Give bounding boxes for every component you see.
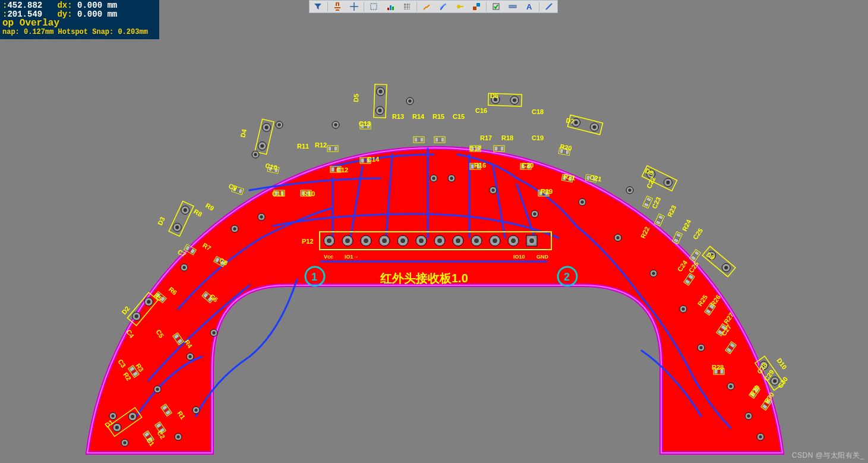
ref-C15: C15 bbox=[453, 113, 465, 120]
svg-rect-123 bbox=[331, 167, 334, 172]
fiducial-1: 1 bbox=[311, 271, 317, 283]
ref-R23: R23 bbox=[666, 204, 677, 218]
svg-rect-144 bbox=[494, 146, 498, 151]
ref-R11: R11 bbox=[297, 143, 309, 150]
svg-point-57 bbox=[260, 144, 264, 147]
ref-R16: R16 bbox=[474, 162, 486, 169]
svg-point-205 bbox=[194, 408, 197, 411]
svg-point-27 bbox=[437, 238, 442, 243]
ref-C17: C17 bbox=[469, 145, 481, 152]
ref-R28: R28 bbox=[712, 364, 724, 371]
ref-D5: D5 bbox=[352, 94, 359, 102]
svg-point-217 bbox=[233, 227, 236, 230]
ref-C12: C12 bbox=[336, 166, 348, 174]
svg-rect-145 bbox=[500, 146, 504, 151]
svg-point-237 bbox=[580, 200, 583, 203]
svg-point-221 bbox=[254, 153, 257, 156]
watermark: CSDN @与太阳有关_ bbox=[792, 451, 864, 461]
ref-C18: C18 bbox=[532, 108, 544, 115]
svg-point-215 bbox=[182, 266, 185, 269]
ref-R24: R24 bbox=[681, 218, 693, 232]
ref-C16: C16 bbox=[475, 107, 487, 114]
svg-point-231 bbox=[450, 177, 453, 179]
ref-D7: D7 bbox=[566, 116, 575, 125]
ref-D2: D2 bbox=[120, 305, 131, 316]
svg-point-253 bbox=[759, 435, 762, 438]
svg-rect-135 bbox=[414, 137, 418, 142]
ref-D10: D10 bbox=[775, 357, 788, 370]
svg-rect-80 bbox=[702, 246, 736, 276]
svg-rect-129 bbox=[361, 158, 364, 163]
pcb-canvas[interactable]: P12 Vcc IO1→ IO10 GND 1 2 红外头接收板1.0 D1D2… bbox=[0, 0, 868, 463]
board-outline bbox=[87, 148, 782, 453]
svg-point-35 bbox=[511, 238, 516, 243]
svg-point-235 bbox=[533, 212, 536, 215]
svg-point-227 bbox=[408, 99, 411, 102]
svg-point-33 bbox=[493, 238, 497, 243]
svg-point-49 bbox=[147, 300, 150, 304]
ref-R15: R15 bbox=[433, 113, 444, 120]
svg-point-247 bbox=[699, 346, 702, 349]
svg-point-52 bbox=[175, 225, 179, 229]
svg-point-84 bbox=[724, 266, 728, 269]
svg-point-249 bbox=[729, 385, 732, 388]
svg-point-207 bbox=[176, 435, 179, 438]
svg-point-233 bbox=[491, 188, 494, 191]
ref-R8: R8 bbox=[192, 207, 203, 218]
svg-point-19 bbox=[364, 238, 368, 243]
ref-C11: C11 bbox=[272, 190, 284, 197]
svg-point-25 bbox=[419, 238, 424, 243]
ref-C10: C10 bbox=[265, 162, 278, 171]
svg-point-229 bbox=[432, 177, 435, 179]
svg-point-31 bbox=[474, 238, 479, 243]
ref-C23: C23 bbox=[651, 196, 662, 209]
svg-point-37 bbox=[529, 238, 534, 243]
ref-D4: D4 bbox=[239, 128, 248, 138]
board-title: 红外头接收板1.0 bbox=[380, 272, 468, 285]
svg-point-47 bbox=[135, 314, 138, 318]
svg-point-42 bbox=[115, 426, 119, 429]
svg-point-29 bbox=[456, 238, 460, 243]
svg-rect-127 bbox=[334, 146, 337, 151]
svg-point-54 bbox=[184, 208, 187, 212]
ref-C19: C19 bbox=[532, 134, 544, 141]
svg-point-213 bbox=[212, 331, 215, 334]
ref-C14: C14 bbox=[367, 156, 380, 163]
svg-point-223 bbox=[277, 123, 280, 126]
p12-vcc: Vcc bbox=[324, 254, 333, 260]
ref-C13: C13 bbox=[359, 120, 371, 127]
svg-point-89 bbox=[773, 379, 777, 383]
svg-point-225 bbox=[334, 123, 337, 126]
svg-point-59 bbox=[264, 125, 268, 129]
svg-point-15 bbox=[327, 238, 332, 243]
svg-point-239 bbox=[616, 236, 619, 239]
svg-point-257 bbox=[111, 414, 114, 417]
svg-rect-126 bbox=[328, 146, 332, 151]
ref-R17: R17 bbox=[480, 134, 492, 141]
ref-C25: C25 bbox=[692, 227, 704, 241]
svg-point-21 bbox=[382, 238, 387, 243]
ref-R18: R18 bbox=[501, 134, 513, 141]
svg-point-23 bbox=[400, 238, 405, 243]
ref-R9: R9 bbox=[204, 201, 215, 212]
svg-point-219 bbox=[260, 215, 263, 218]
svg-point-251 bbox=[747, 414, 750, 417]
p12-gnd: GND bbox=[536, 254, 549, 260]
svg-point-255 bbox=[123, 441, 126, 444]
ref-R19: R19 bbox=[541, 188, 553, 195]
ref-R14: R14 bbox=[412, 113, 425, 120]
svg-point-209 bbox=[156, 388, 159, 390]
svg-point-44 bbox=[131, 415, 134, 418]
fiducial-2: 2 bbox=[564, 271, 570, 283]
p12-ref: P12 bbox=[302, 238, 314, 245]
p12-io1: IO1→ bbox=[345, 254, 359, 260]
svg-point-79 bbox=[666, 181, 670, 184]
svg-point-245 bbox=[681, 307, 684, 310]
ref-D3: D3 bbox=[156, 216, 166, 226]
svg-point-243 bbox=[652, 272, 655, 275]
svg-point-241 bbox=[628, 188, 631, 191]
ref-C20: C20 bbox=[522, 162, 534, 169]
ref-R12: R12 bbox=[315, 141, 327, 149]
p12-io10: IO10 bbox=[513, 254, 525, 260]
ref-R10: R10 bbox=[303, 190, 315, 197]
